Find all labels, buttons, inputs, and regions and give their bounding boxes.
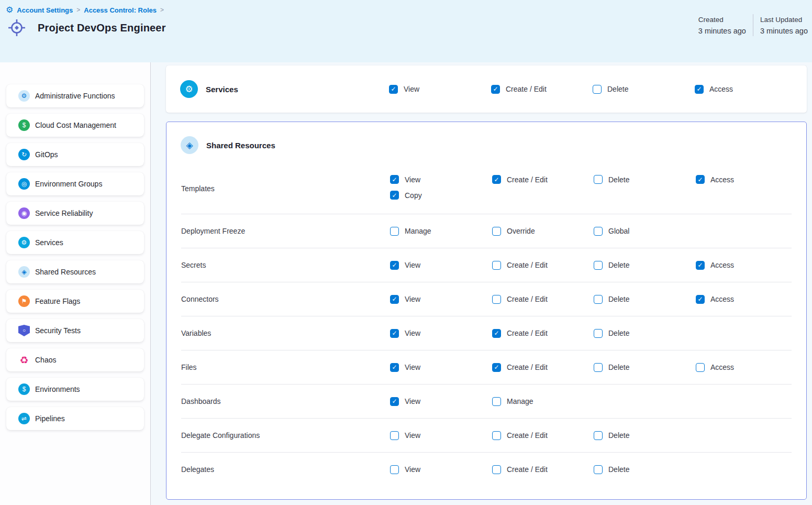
checkbox-create-edit[interactable]: [492, 431, 501, 440]
sidebar-item-feature-flags[interactable]: ⚑ Feature Flags: [6, 290, 144, 313]
resource-label: Deployment Freeze: [181, 227, 390, 235]
resource-row-files: Files View Create / Edit Delete Access: [181, 350, 792, 384]
checkbox-copy[interactable]: [390, 191, 399, 200]
checkbox-delete[interactable]: [594, 363, 603, 372]
permission-label: Create / Edit: [506, 85, 547, 93]
checkbox-delete[interactable]: [594, 175, 603, 184]
shared-resources-rows: Templates View Copy Create / Edit Delete…: [166, 163, 806, 486]
sidebar-item-label: Environments: [35, 385, 80, 393]
checkbox-delete[interactable]: [593, 85, 602, 94]
security-tests-shield-icon: ○: [18, 325, 30, 336]
last-updated-block: Last Updated 3 minutes ago: [760, 16, 808, 35]
permission-label: View: [405, 465, 420, 474]
resource-row-delegate-configurations: Delegate Configurations View Create / Ed…: [181, 418, 792, 452]
permission-label: Create / Edit: [507, 465, 548, 474]
breadcrumb-link-account-settings[interactable]: Account Settings: [17, 6, 73, 14]
checkbox-view[interactable]: [390, 329, 399, 338]
checkbox-view[interactable]: [390, 261, 399, 270]
sidebar-item-cloud-cost-management[interactable]: $ Cloud Cost Management: [6, 114, 144, 137]
sidebar-item-label: GitOps: [35, 150, 58, 159]
sidebar-item-services[interactable]: ⚙ Services: [6, 231, 144, 254]
checkbox-delete[interactable]: [594, 295, 603, 304]
created-block: Created 3 minutes ago: [698, 16, 746, 35]
checkbox-create-edit[interactable]: [492, 465, 501, 474]
permission-label: Access: [710, 175, 734, 184]
permission-label: Copy: [405, 191, 422, 200]
permission: Create / Edit: [492, 295, 594, 304]
created-value: 3 minutes ago: [698, 27, 746, 35]
checkbox-view[interactable]: [390, 295, 399, 304]
permission-col: Delete: [594, 295, 696, 304]
checkbox-override[interactable]: [492, 227, 501, 236]
permission-label: View: [405, 397, 420, 405]
permission-col: Manage: [390, 227, 492, 236]
permission-col: Delete: [594, 261, 696, 270]
permission: Access: [696, 175, 792, 184]
sidebar-item-chaos[interactable]: ♻ Chaos: [6, 348, 144, 371]
services-permission-col: Access: [695, 85, 792, 94]
checkbox-access[interactable]: [696, 295, 705, 304]
sidebar-item-security-tests[interactable]: ○ Security Tests: [6, 319, 144, 342]
checkbox-access[interactable]: [696, 363, 705, 372]
permission: Create / Edit: [492, 363, 594, 372]
checkbox-manage[interactable]: [390, 227, 399, 236]
sidebar-item-gitops[interactable]: ↻ GitOps: [6, 143, 144, 166]
crosshair-role-icon: [7, 18, 27, 38]
checkbox-view[interactable]: [390, 465, 399, 474]
checkbox-create-edit[interactable]: [492, 363, 501, 372]
checkbox-manage[interactable]: [492, 397, 501, 406]
checkbox-view[interactable]: [389, 85, 398, 94]
checkbox-view[interactable]: [390, 363, 399, 372]
checkbox-view[interactable]: [390, 175, 399, 184]
permission: Create / Edit: [492, 175, 594, 184]
created-label: Created: [698, 16, 746, 24]
sidebar-item-administrative-functions[interactable]: ⚙ Administrative Functions: [6, 84, 144, 107]
permission-col: Create / Edit: [492, 163, 594, 184]
permission: View: [390, 295, 492, 304]
permission: Delete: [594, 431, 696, 440]
permission-label: Access: [710, 295, 734, 303]
checkbox-create-edit[interactable]: [491, 85, 500, 94]
last-updated-label: Last Updated: [760, 16, 808, 24]
sidebar-item-label: Environment Groups: [35, 180, 102, 188]
shared-resources-permission-card: ◈ Shared Resources Templates View Copy C…: [166, 122, 807, 500]
permission-label: Global: [608, 227, 629, 235]
checkbox-delete[interactable]: [594, 261, 603, 270]
permission-col: View: [390, 261, 492, 270]
resource-label: Delegates: [181, 465, 390, 474]
checkbox-delete[interactable]: [594, 329, 603, 338]
permission-label: Access: [710, 363, 734, 371]
permission-col: View: [390, 329, 492, 338]
checkbox-access[interactable]: [696, 175, 705, 184]
checkbox-access[interactable]: [696, 261, 705, 270]
checkbox-access[interactable]: [695, 85, 704, 94]
permission-label: View: [405, 329, 420, 337]
permission-col: Manage: [492, 397, 594, 406]
checkbox-create-edit[interactable]: [492, 329, 501, 338]
breadcrumb: ⚙ Account Settings > Access Control: Rol…: [0, 0, 812, 14]
permission: Override: [492, 227, 594, 236]
checkbox-view[interactable]: [390, 397, 399, 406]
sidebar-item-service-reliability[interactable]: ◉ Service Reliability: [6, 202, 144, 225]
permission-col: Global: [594, 227, 696, 236]
services-permission-col: Create / Edit: [491, 85, 593, 94]
sidebar-item-shared-resources[interactable]: ◈ Shared Resources: [6, 260, 144, 283]
sidebar-item-environment-groups[interactable]: ◎ Environment Groups: [6, 172, 144, 195]
checkbox-view[interactable]: [390, 431, 399, 440]
checkbox-create-edit[interactable]: [492, 295, 501, 304]
checkbox-global[interactable]: [594, 227, 603, 236]
permission-label: Delete: [608, 465, 629, 474]
permission: Create / Edit: [492, 329, 594, 338]
last-updated-value: 3 minutes ago: [760, 27, 808, 35]
checkbox-delete[interactable]: [594, 431, 603, 440]
permission: View: [389, 85, 491, 94]
permission-col: Create / Edit: [492, 329, 594, 338]
checkbox-create-edit[interactable]: [492, 261, 501, 270]
breadcrumb-link-access-control-roles[interactable]: Access Control: Roles: [84, 6, 157, 14]
sidebar-item-pipelines[interactable]: ⇌ Pipelines: [6, 407, 144, 430]
sidebar-item-environments[interactable]: $ Environments: [6, 378, 144, 401]
page-header: ⚙ Account Settings > Access Control: Rol…: [0, 0, 812, 62]
permission-label: View: [405, 431, 420, 440]
checkbox-create-edit[interactable]: [492, 175, 501, 184]
checkbox-delete[interactable]: [594, 465, 603, 474]
